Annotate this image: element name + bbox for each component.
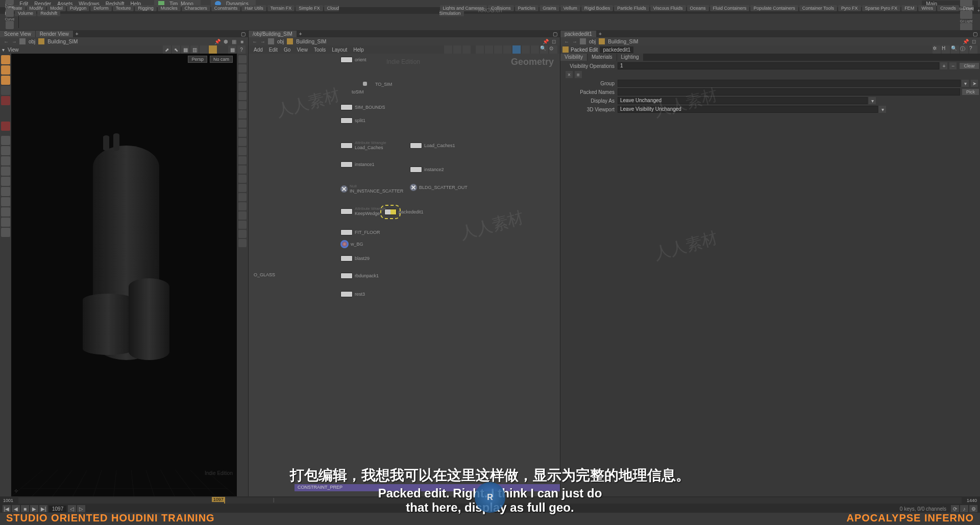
node-o_glass[interactable]: O_GLASS (252, 272, 275, 277)
viewport-layout-icon[interactable]: ▦ (228, 45, 236, 54)
render-icon[interactable]: ■ (238, 38, 246, 45)
edit-tool-icon[interactable] (1, 65, 10, 75)
node-split1[interactable]: split1 (340, 117, 365, 124)
visops-clear-button[interactable]: Clear (960, 63, 979, 69)
rt15-icon[interactable] (238, 184, 247, 192)
node-keepwedge[interactable]: Attribute WrangleKeepWedge (340, 206, 386, 216)
group-menu-icon[interactable]: ▾ (962, 80, 969, 87)
view-dropdown-icon[interactable]: ▾ (2, 47, 5, 53)
node-to_sim[interactable]: TO_SIM (373, 82, 392, 87)
shelf-group-viscous-fluids[interactable]: Viscous Fluids (650, 5, 686, 11)
shelf-group-rigid-bodies[interactable]: Rigid Bodies (581, 5, 614, 11)
rt3-icon[interactable] (238, 74, 247, 82)
net-expose-icon[interactable]: ⊡ (550, 38, 557, 45)
group-field[interactable] (618, 80, 961, 87)
visops-minus-icon[interactable]: − (949, 62, 957, 69)
select-uv-icon[interactable]: ▦ (181, 45, 189, 54)
shelf-group-oceans[interactable]: Oceans (687, 5, 709, 11)
takes-icon[interactable]: ⬢ (222, 38, 229, 45)
parm-home-icon[interactable] (580, 38, 586, 44)
node-w_bg[interactable]: w_BG (340, 240, 363, 248)
net-b2-icon[interactable] (485, 45, 493, 54)
rt21-icon[interactable] (238, 239, 247, 247)
tool8-icon[interactable] (1, 207, 10, 217)
select-group-icon[interactable] (200, 45, 208, 54)
rt20-icon[interactable] (238, 230, 247, 238)
net-home-icon[interactable] (268, 38, 274, 44)
shelf-group-sparse-pyro-fx[interactable]: Sparse Pyro FX (862, 5, 901, 11)
visops-field[interactable]: 1 (618, 62, 939, 69)
tool-gilight[interactable]: GI Light (956, 11, 976, 23)
home-icon[interactable] (19, 38, 26, 44)
tab-scene-view[interactable]: Scene View (0, 31, 35, 37)
shelf-group-volume[interactable]: Volume (15, 10, 36, 16)
pin-icon[interactable]: 📌 (214, 38, 221, 45)
node-tosim[interactable]: toSIM (350, 89, 364, 94)
shelf-group-terrain-fx[interactable]: Terrain FX (267, 5, 295, 11)
row-remove-icon[interactable]: × (566, 71, 573, 78)
shelf-group-container-tools[interactable]: Container Tools (799, 5, 837, 11)
persp-chip[interactable]: Persp (188, 56, 207, 63)
node-name-field[interactable]: packededit1 (600, 46, 633, 53)
tool4-icon[interactable] (1, 166, 10, 176)
shelf-group-redshift[interactable]: Redshift (37, 10, 60, 16)
node-load_caches1[interactable]: Load_Caches1 (410, 142, 455, 149)
tool5-icon[interactable] (1, 177, 10, 186)
tab-add-left[interactable]: + (74, 31, 81, 37)
net-menu-layout[interactable]: Layout (329, 47, 350, 53)
shelf-group-particle-fluids[interactable]: Particle Fluids (614, 5, 649, 11)
parm-info-icon[interactable]: ⓘ (960, 45, 968, 54)
net-find-icon[interactable]: 🔍 (540, 45, 548, 54)
viewport-vis-menu-icon[interactable]: ▾ (879, 106, 886, 113)
node-bldg_scatter_out[interactable]: BLDG_SCATTER_OUT (410, 184, 468, 191)
pane-maximize-icon[interactable]: ▢ (239, 31, 248, 37)
net-menu-help[interactable]: Help (350, 47, 367, 53)
shelf-group-fluid-containers[interactable]: Fluid Containers (710, 5, 750, 11)
node-load_caches[interactable]: Attribute WrangleLoad_Caches (340, 140, 386, 150)
rt6-icon[interactable] (238, 101, 247, 109)
row-toggle-icon[interactable]: ≡ (575, 71, 582, 78)
rt10-icon[interactable] (238, 138, 247, 146)
rt11-icon[interactable] (238, 147, 247, 155)
parm-path-scheme[interactable]: obj (587, 39, 598, 44)
pose-tool-icon[interactable] (1, 76, 10, 85)
net-list-icon[interactable] (453, 45, 461, 54)
tool3-icon[interactable] (1, 156, 10, 165)
node-instance2[interactable]: instance2 (410, 166, 444, 173)
pick-button[interactable]: Pick (962, 89, 979, 95)
path-scheme[interactable]: obj (27, 39, 37, 44)
lock-tool-icon[interactable] (1, 96, 10, 105)
net-tree-icon[interactable] (462, 45, 471, 54)
rt12-icon[interactable] (238, 156, 247, 164)
shelf-group-muscles[interactable]: Muscles (158, 5, 181, 11)
net-b1-icon[interactable] (476, 45, 484, 54)
viewport-vis-dropdown[interactable]: Leave Visibility Unchanged (618, 106, 878, 113)
display-as-menu-icon[interactable]: ▾ (869, 97, 876, 104)
shelf-add-icon[interactable]: + (977, 8, 980, 13)
tab-add-right[interactable]: + (597, 31, 604, 37)
net-path-scheme[interactable]: obj (275, 39, 286, 44)
shelf-group-hair-utils[interactable]: Hair Utils (241, 5, 266, 11)
shelf-group-deform[interactable]: Deform (90, 5, 112, 11)
pane-max-right-icon[interactable]: ▢ (971, 31, 979, 37)
net-nav-back-icon[interactable]: ← (251, 38, 258, 45)
viewport-3d[interactable]: Persp No cam Indie Edition ⊹ (11, 54, 237, 496)
net-nav-fwd-icon[interactable]: → (259, 38, 266, 45)
tool-circle[interactable]: Circle (4, 0, 16, 9)
display-opts-icon[interactable]: ▦ (230, 38, 237, 45)
node-blast29[interactable]: blast29 (340, 255, 370, 261)
shelf-group-constraints[interactable]: Constraints (211, 5, 241, 11)
tab-add-mid[interactable]: + (297, 31, 304, 37)
rt1-icon[interactable] (238, 55, 247, 63)
select-dynamics-icon[interactable]: ▥ (190, 45, 199, 54)
tool-skylight[interactable]: Sky Light (956, 0, 976, 11)
node-fit_floor[interactable]: FIT_FLOOR (340, 229, 380, 235)
rt2-icon[interactable] (238, 64, 247, 73)
tool-curve[interactable]: Curve (4, 9, 16, 21)
packed-names-field[interactable] (618, 88, 960, 96)
shelf-group-particles[interactable]: Particles (515, 5, 539, 11)
rt5-icon[interactable] (238, 92, 247, 100)
tool7-icon[interactable] (1, 197, 10, 206)
parm-expose-icon[interactable]: ⊡ (970, 38, 977, 45)
group-arrow-icon[interactable]: ➤ (971, 80, 978, 87)
